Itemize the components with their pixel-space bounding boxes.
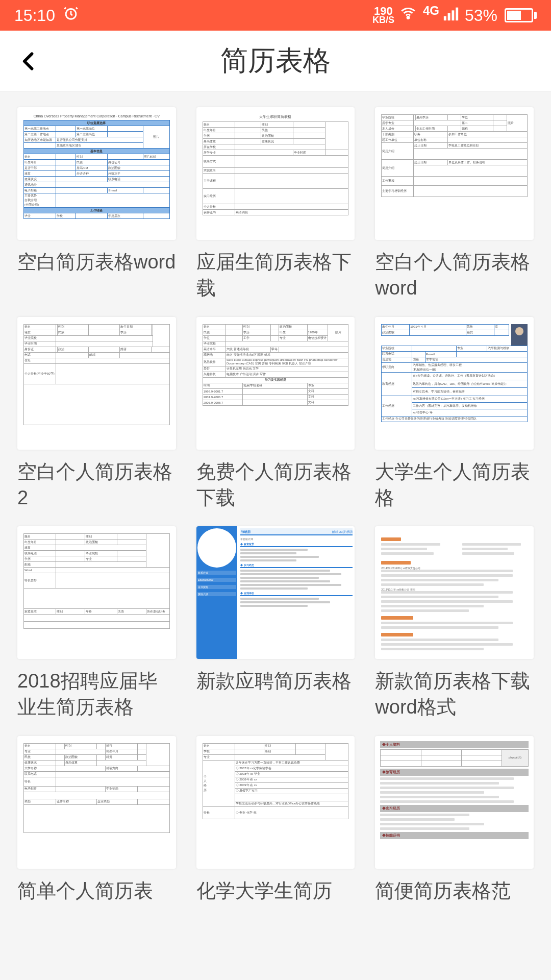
- template-card[interactable]: 毕业院校最高学历学位照片 所学专业第二 本人成分参加工作时间职称 干部类别职务参…: [375, 107, 534, 302]
- template-title: 大学生个人简历表格: [375, 459, 534, 511]
- template-title: 空白个人简历表格2: [17, 459, 176, 511]
- signal-icon: [442, 5, 460, 26]
- template-thumb: 姓名性别婚否 专业出生年月 民族政治面貌籍贯 健康状况身高体重 大学名称就读方向…: [17, 736, 176, 869]
- template-title: 新款简历表格下载word格式: [375, 668, 534, 721]
- template-title: 简单个人简历表: [17, 878, 176, 929]
- template-card[interactable]: 姓名性别 学校系别 专业 个人经历多年来在学习方面一直较好，平常工作认真负责 ◇…: [196, 736, 355, 929]
- status-left: 15:10: [14, 5, 80, 26]
- network-speed: 190 KB/S: [372, 7, 394, 24]
- template-grid: China Overseas Property Management Corpo…: [0, 92, 551, 929]
- template-thumb: 毕业院校最高学历学位照片 所学专业第二 本人成分参加工作时间职称 干部类别职务参…: [375, 107, 534, 240]
- network-type: 4G: [423, 5, 439, 17]
- template-thumb: ◆个人资料 photo(小) ◆教育经历 ◆实习经历 ◆技能证书: [375, 736, 534, 869]
- template-thumb: 大学生求职简历表格 姓名性别 出生年月民族 学历政治面貌 身高体重健康状况 所在…: [196, 107, 355, 240]
- template-thumb: 姓名性别 学校系别 专业 个人经历多年来在学习方面一直较好，平常工作认真负责 ◇…: [196, 736, 355, 869]
- svg-rect-3: [448, 13, 450, 20]
- wifi-icon: [399, 5, 417, 26]
- svg-rect-5: [456, 8, 458, 20]
- template-card[interactable]: China Overseas Property Management Corpo…: [17, 107, 176, 302]
- template-thumb: China Overseas Property Management Corpo…: [17, 107, 176, 240]
- template-thumb: 2014/07-2016/06 | xx有限责任公司 2013/10/1 至 x…: [375, 526, 534, 659]
- template-card[interactable]: 大学生求职简历表格 姓名性别 出生年月民族 学历政治面貌 身高体重健康状况 所在…: [196, 107, 355, 302]
- template-thumb: 姓名性别出生日期 籍贯民族学历 毕业院校 毕业时间 身份证政治婚否 电话邮箱 住…: [17, 317, 176, 450]
- battery-icon: [503, 8, 537, 22]
- template-title: 空白简历表格word: [17, 249, 176, 300]
- battery-text: 53%: [465, 6, 497, 25]
- template-card[interactable]: 联系方式 13000000000 证书技能 英语六级 张晓朋 邮箱 23岁 求职…: [196, 526, 355, 721]
- svg-rect-2: [444, 16, 446, 20]
- template-title: 空白个人简历表格word: [375, 249, 534, 302]
- template-thumb: 姓名性别 出生年月政治面貌 籍贯 联系电话毕业院校 学历专业 邮箱 Word 特…: [17, 526, 176, 659]
- template-card[interactable]: ◆个人资料 photo(小) ◆教育经历 ◆实习经历 ◆技能证书 简便简历表格范: [375, 736, 534, 929]
- template-thumb: 联系方式 13000000000 证书技能 英语六级 张晓朋 邮箱 23岁 求职…: [196, 526, 355, 659]
- template-title: 新款应聘简历表格: [196, 668, 355, 719]
- template-title: 应届生简历表格下载: [196, 249, 355, 302]
- svg-point-1: [407, 17, 409, 19]
- template-card[interactable]: 姓名性别 出生年月政治面貌 籍贯 联系电话毕业院校 学历专业 邮箱 Word 特…: [17, 526, 176, 721]
- template-thumb: 姓名性别政治面貌照片 民族学历出生1980年 学位工学专业电信技术设计 毕业院校…: [196, 317, 355, 450]
- svg-rect-4: [452, 10, 454, 20]
- status-bar: 15:10 190 KB/S 4G 53%: [0, 0, 551, 31]
- page-title: 简历表格: [220, 42, 331, 80]
- status-right: 190 KB/S 4G 53%: [372, 5, 537, 26]
- template-title: 简便简历表格范: [375, 878, 534, 929]
- template-card[interactable]: 姓名性别出生日期 籍贯民族学历 毕业院校 毕业时间 身份证政治婚否 电话邮箱 住…: [17, 317, 176, 511]
- back-button[interactable]: [6, 38, 52, 84]
- template-card[interactable]: 出生年月1991年 4 月民族汉 政治面貌籍贯 毕业院校专业汽车检测与维修 联系…: [375, 317, 534, 511]
- template-title: 2018招聘应届毕业生简历表格: [17, 668, 176, 721]
- app-header: 简历表格: [0, 31, 551, 92]
- template-title: 免费个人简历表格下载: [196, 459, 355, 511]
- template-card[interactable]: 2014/07-2016/06 | xx有限责任公司 2013/10/1 至 x…: [375, 526, 534, 721]
- alarm-icon: [62, 5, 80, 26]
- clock-text: 15:10: [14, 6, 55, 25]
- template-thumb: 出生年月1991年 4 月民族汉 政治面貌籍贯 毕业院校专业汽车检测与维修 联系…: [375, 317, 534, 450]
- template-card[interactable]: 姓名性别婚否 专业出生年月 民族政治面貌籍贯 健康状况身高体重 大学名称就读方向…: [17, 736, 176, 929]
- speed-unit: KB/S: [372, 16, 394, 24]
- template-title: 化学大学生简历: [196, 878, 355, 929]
- template-card[interactable]: 姓名性别政治面貌照片 民族学历出生1980年 学位工学专业电信技术设计 毕业院校…: [196, 317, 355, 511]
